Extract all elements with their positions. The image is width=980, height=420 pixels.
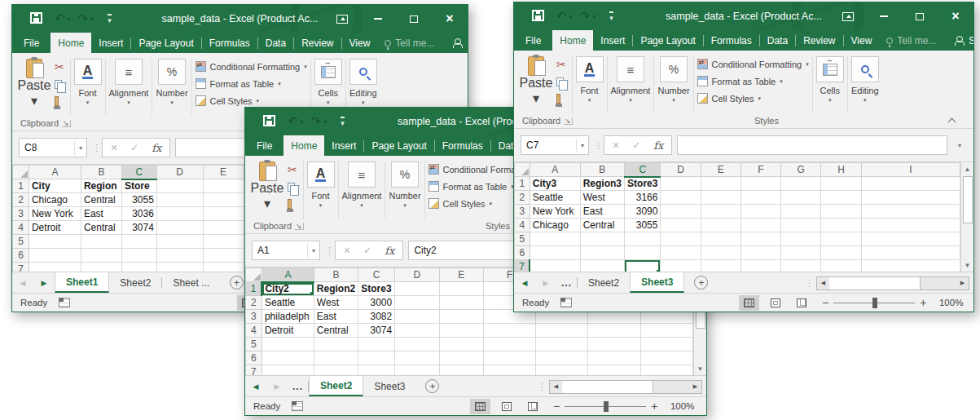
- cell-a7[interactable]: [261, 365, 314, 376]
- column-header-h[interactable]: H: [821, 163, 861, 177]
- cell-e5[interactable]: [701, 232, 740, 246]
- ribbon-tab-data[interactable]: Data: [760, 30, 795, 51]
- cell-i2[interactable]: [861, 191, 960, 205]
- cell-e7[interactable]: [701, 260, 740, 272]
- ribbon-display-options-button[interactable]: [830, 2, 866, 30]
- copy-button[interactable]: ▾: [55, 77, 67, 91]
- cell-e2[interactable]: [439, 296, 483, 310]
- cell-d4[interactable]: [395, 324, 439, 338]
- row-header-6[interactable]: 6: [246, 351, 262, 365]
- row-header-7[interactable]: 7: [515, 260, 530, 272]
- cell-h4[interactable]: [821, 219, 861, 232]
- ribbon-tab-insert[interactable]: Insert: [593, 30, 632, 51]
- cell-g2[interactable]: [780, 191, 820, 205]
- conditional-formatting-button[interactable]: Conditional Formatting▾: [196, 59, 307, 74]
- cell-b2[interactable]: West: [580, 191, 624, 205]
- page-break-view-button[interactable]: [791, 295, 811, 311]
- cell-f2[interactable]: [740, 191, 780, 205]
- cell-d3[interactable]: [156, 207, 203, 221]
- column-header-i[interactable]: I: [861, 163, 960, 177]
- cell-h6[interactable]: [588, 351, 640, 365]
- cell-g5[interactable]: [780, 232, 820, 246]
- scroll-right-icon[interactable]: ▶: [689, 381, 701, 393]
- cell-g4[interactable]: [536, 324, 588, 338]
- cell-e5[interactable]: [203, 235, 244, 249]
- previous-sheet-icon[interactable]: ◀: [12, 272, 33, 293]
- minimize-button[interactable]: [360, 5, 396, 33]
- cells-group-button[interactable]: Cells ▾: [816, 55, 844, 104]
- new-sheet-icon[interactable]: +: [425, 379, 439, 393]
- ribbon-tab-view[interactable]: View: [342, 33, 378, 53]
- cell-g7[interactable]: [780, 260, 820, 272]
- cell-c3[interactable]: 3090: [625, 205, 661, 219]
- ribbon-tab-home[interactable]: Home: [283, 135, 324, 156]
- row-header-3[interactable]: 3: [13, 207, 29, 221]
- chevron-down-icon[interactable]: ▾: [74, 141, 86, 155]
- cell-i5[interactable]: [861, 232, 960, 246]
- cell-d5[interactable]: [395, 338, 439, 351]
- cell-d6[interactable]: [156, 249, 203, 263]
- page-layout-view-button[interactable]: [496, 399, 516, 414]
- next-sheet-icon[interactable]: ▶: [266, 376, 288, 396]
- cell-a4[interactable]: Detroit: [29, 221, 81, 235]
- cell-i5[interactable]: [640, 338, 692, 351]
- alignment-group-button[interactable]: ≡ Alignment ▾: [611, 55, 651, 104]
- cell-a3[interactable]: New York: [29, 207, 81, 221]
- cell-c6[interactable]: [625, 246, 661, 260]
- column-header-a[interactable]: A: [29, 166, 81, 179]
- cell-d5[interactable]: [661, 232, 701, 246]
- sheet-tab-sheet2[interactable]: Sheet2: [578, 272, 630, 293]
- row-header-5[interactable]: 5: [515, 232, 530, 246]
- cell-d4[interactable]: [156, 221, 203, 235]
- next-sheet-icon[interactable]: ▶: [535, 272, 556, 293]
- cell-e7[interactable]: [203, 263, 244, 272]
- column-header-g[interactable]: G: [780, 163, 820, 177]
- alignment-group-button[interactable]: ≡ Alignment ▾: [342, 160, 382, 209]
- horizontal-scrollbar[interactable]: ◀ ▶: [549, 380, 702, 394]
- cell-e6[interactable]: [203, 249, 244, 263]
- zoom-slider-thumb[interactable]: [604, 401, 609, 412]
- cell-a2[interactable]: Chicago: [29, 193, 81, 207]
- ribbon-display-options-button[interactable]: [324, 5, 360, 33]
- cell-b6[interactable]: [81, 249, 121, 263]
- previous-sheet-icon[interactable]: ◀: [245, 376, 266, 396]
- cell-i6[interactable]: [861, 246, 960, 260]
- paste-button[interactable]: Paste ▾: [519, 55, 553, 106]
- horizontal-scrollbar[interactable]: ◀ ▶: [816, 276, 969, 290]
- ribbon-tab-home[interactable]: Home: [51, 33, 91, 53]
- cell-a6[interactable]: [29, 249, 81, 263]
- zoom-slider-track[interactable]: [565, 406, 646, 407]
- column-header-e[interactable]: E: [701, 163, 740, 177]
- insert-function-icon[interactable]: fx: [385, 245, 394, 257]
- cell-c1[interactable]: Store: [121, 179, 156, 193]
- ribbon-tab-data[interactable]: Data: [258, 33, 293, 53]
- cell-d6[interactable]: [661, 246, 701, 260]
- cell-b7[interactable]: [580, 260, 624, 272]
- select-all-corner[interactable]: [13, 166, 29, 179]
- cell-d2[interactable]: [661, 191, 701, 205]
- cell-f7[interactable]: [483, 365, 535, 376]
- row-header-7[interactable]: 7: [246, 365, 262, 376]
- cell-a2[interactable]: Seattle: [261, 296, 314, 310]
- cell-c7[interactable]: [121, 263, 156, 272]
- ribbon-tab-insert[interactable]: Insert: [324, 135, 363, 156]
- zoom-level-label[interactable]: 100%: [663, 401, 694, 411]
- sheet-tab-sheet3[interactable]: Sheet3: [363, 376, 415, 396]
- dialog-launcher-icon[interactable]: ↘: [564, 117, 573, 125]
- column-header-a[interactable]: A: [530, 163, 580, 177]
- column-header-f[interactable]: F: [740, 163, 780, 177]
- row-header-3[interactable]: 3: [246, 310, 262, 324]
- zoom-in-icon[interactable]: +: [651, 400, 657, 413]
- format-as-table-button[interactable]: Format as Table▾: [697, 73, 809, 89]
- cell-e1[interactable]: [203, 179, 244, 193]
- cell-b4[interactable]: Central: [314, 324, 358, 338]
- cell-a1[interactable]: City: [29, 179, 81, 193]
- cell-a3[interactable]: philadelph: [261, 310, 314, 324]
- share-button[interactable]: Share: [442, 33, 468, 53]
- horizontal-scrollbar-track[interactable]: [562, 381, 689, 393]
- cut-button[interactable]: ✂: [556, 57, 569, 72]
- enter-icon[interactable]: ✓: [363, 245, 371, 256]
- row-header-5[interactable]: 5: [13, 235, 29, 249]
- editing-group-button[interactable]: Editing ▾: [349, 57, 377, 106]
- column-header-e[interactable]: E: [203, 166, 244, 179]
